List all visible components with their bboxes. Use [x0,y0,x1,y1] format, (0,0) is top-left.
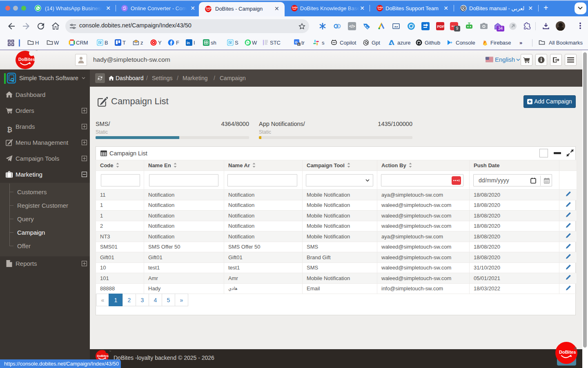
svg-text:G: G [295,40,298,44]
svg-text:DoBites: DoBites [292,7,298,9]
svg-text:</>: </> [349,24,355,29]
svg-text:in: in [187,41,190,45]
svg-text:DoBites: DoBites [206,7,212,9]
svg-text:PDF: PDF [437,25,445,29]
svg-text:DoBites: DoBites [378,7,383,9]
